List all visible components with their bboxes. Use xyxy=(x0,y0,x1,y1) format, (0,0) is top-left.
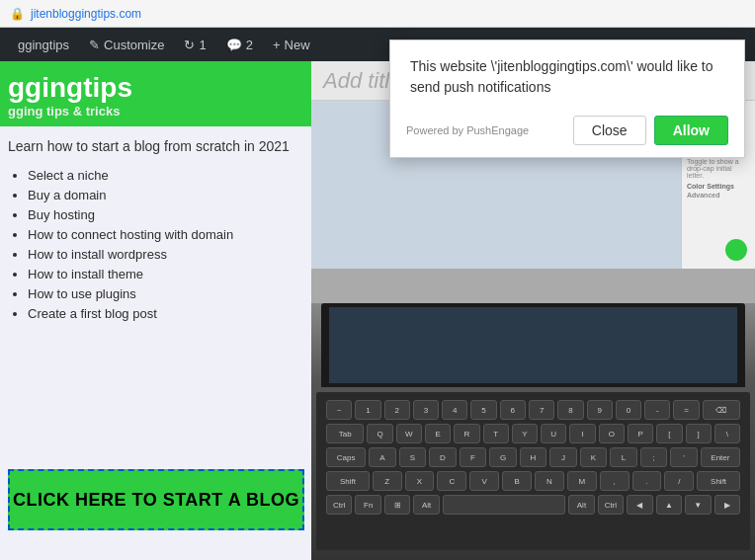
site-tagline: gging tips & tricks xyxy=(8,104,303,119)
site-name-label: ggingtips xyxy=(18,38,69,52)
blog-intro-text: Learn how to start a blog from scratch i… xyxy=(8,138,290,154)
allow-button[interactable]: Allow xyxy=(654,116,728,145)
alt-key: Alt xyxy=(413,495,439,515)
backspace-key: ⌫ xyxy=(703,400,740,420)
list-item: How to install theme xyxy=(28,267,303,281)
lock-icon: 🔒 xyxy=(10,7,25,21)
key: , xyxy=(600,471,629,491)
key: Q xyxy=(367,424,392,443)
key: Z xyxy=(373,471,402,491)
advanced-label: Advanced xyxy=(687,192,750,199)
key: ] xyxy=(686,424,712,443)
laptop-screen-bezel xyxy=(321,303,745,387)
key: E xyxy=(425,424,451,443)
notification-dialog: This website \'jitenbloggingtips.com\' w… xyxy=(389,40,745,158)
key: = xyxy=(673,400,699,420)
key: H xyxy=(520,447,547,467)
browser-url: jitenbloggingtips.com xyxy=(31,7,141,21)
updates-icon: ↻ xyxy=(184,38,195,52)
laptop-screen xyxy=(329,307,737,383)
alt-right-key: Alt xyxy=(568,495,594,515)
key: 7 xyxy=(529,400,554,420)
dialog-buttons: Close Allow xyxy=(573,116,728,145)
shift-right-key: Shift xyxy=(697,471,740,491)
customize-label: Customize xyxy=(104,38,164,52)
key: ' xyxy=(670,447,698,467)
blog-intro: Learn how to start a blog from scratch i… xyxy=(8,138,303,154)
admin-bar-updates[interactable]: ↻ 1 xyxy=(174,28,215,61)
shift-key: Shift xyxy=(326,471,370,491)
key: P xyxy=(628,424,653,443)
dialog-body: This website \'jitenbloggingtips.com\' w… xyxy=(390,40,744,108)
powered-by-label: Powered by PushEngage xyxy=(406,124,529,136)
key: 9 xyxy=(587,400,613,420)
key: U xyxy=(541,424,566,443)
key: L xyxy=(610,447,637,467)
fn-key: Fn xyxy=(355,495,380,515)
admin-bar-new[interactable]: + New xyxy=(263,28,320,61)
site-header: ggingtips gging tips & tricks xyxy=(0,61,311,126)
key: 5 xyxy=(470,400,496,420)
key: B xyxy=(502,471,532,491)
updates-count: 1 xyxy=(199,38,206,52)
keyboard-row-4: Shift Z X C V B N M , . / Shift xyxy=(322,469,744,493)
keyboard-row-1: ~ 1 2 3 4 5 6 7 8 9 0 - = ⌫ xyxy=(322,398,744,422)
key: \ xyxy=(714,424,740,443)
close-button[interactable]: Close xyxy=(573,116,646,145)
key: ~ xyxy=(326,400,352,420)
arrow-right-key: ▶ xyxy=(714,495,740,515)
key: Y xyxy=(512,424,538,443)
laptop-body: ~ 1 2 3 4 5 6 7 8 9 0 - = ⌫ Tab xyxy=(311,303,755,560)
admin-bar-comments[interactable]: 💬 2 xyxy=(216,28,263,61)
arrow-up-key: ▲ xyxy=(656,495,682,515)
new-icon: + xyxy=(273,38,281,52)
blog-list: Select a niche Buy a domain Buy hosting … xyxy=(8,168,303,321)
key: I xyxy=(569,424,595,443)
enter-key: Enter xyxy=(701,447,740,467)
key: 3 xyxy=(413,400,439,420)
ctrl-key: Ctrl xyxy=(326,495,352,515)
cta-label: CLICK HERE TO START A BLOG xyxy=(13,490,299,511)
key: - xyxy=(644,400,670,420)
comments-count: 2 xyxy=(246,38,253,52)
list-item: How to install wordpress xyxy=(28,247,303,262)
cta-button[interactable]: CLICK HERE TO START A BLOG xyxy=(8,469,304,530)
key: M xyxy=(567,471,597,491)
new-label: New xyxy=(285,38,310,52)
key: 0 xyxy=(616,400,641,420)
key: K xyxy=(580,447,608,467)
key: N xyxy=(535,471,564,491)
key: 8 xyxy=(557,400,583,420)
caps-key: Caps xyxy=(326,447,366,467)
key: 2 xyxy=(384,400,410,420)
list-item: Create a first blog post xyxy=(28,306,303,321)
key: D xyxy=(429,447,457,467)
site-title: ggingtips xyxy=(8,73,303,104)
key: C xyxy=(437,471,466,491)
key: . xyxy=(632,471,662,491)
ctrl-right-key: Ctrl xyxy=(598,495,624,515)
key: S xyxy=(399,447,427,467)
key: 4 xyxy=(442,400,467,420)
tab-key: Tab xyxy=(326,424,364,443)
green-circle-button[interactable] xyxy=(725,239,747,261)
admin-bar-customize[interactable]: ✎ Customize xyxy=(79,28,174,61)
keyboard-row-5: Ctrl Fn ⊞ Alt Alt Ctrl ◀ ▲ ▼ ▶ xyxy=(322,493,744,517)
browser-bar: 🔒 jitenbloggingtips.com xyxy=(0,0,755,28)
list-item: How to connect hosting with domain xyxy=(28,227,303,242)
customize-icon: ✎ xyxy=(89,38,100,52)
admin-bar-site[interactable]: ggingtips xyxy=(8,28,79,61)
spacebar xyxy=(443,495,565,515)
list-item: How to use plugins xyxy=(28,286,303,301)
dialog-footer: Powered by PushEngage Close Allow xyxy=(390,108,744,157)
color-settings-label: Color Settings xyxy=(687,183,750,190)
key: A xyxy=(369,447,396,467)
arrow-left-key: ◀ xyxy=(627,495,652,515)
key: [ xyxy=(656,424,682,443)
key: V xyxy=(469,471,499,491)
keyboard: ~ 1 2 3 4 5 6 7 8 9 0 - = ⌫ Tab xyxy=(316,392,750,550)
key: T xyxy=(483,424,509,443)
key: / xyxy=(664,471,694,491)
left-panel: ggingtips gging tips & tricks Learn how … xyxy=(0,61,311,560)
key: R xyxy=(454,424,479,443)
